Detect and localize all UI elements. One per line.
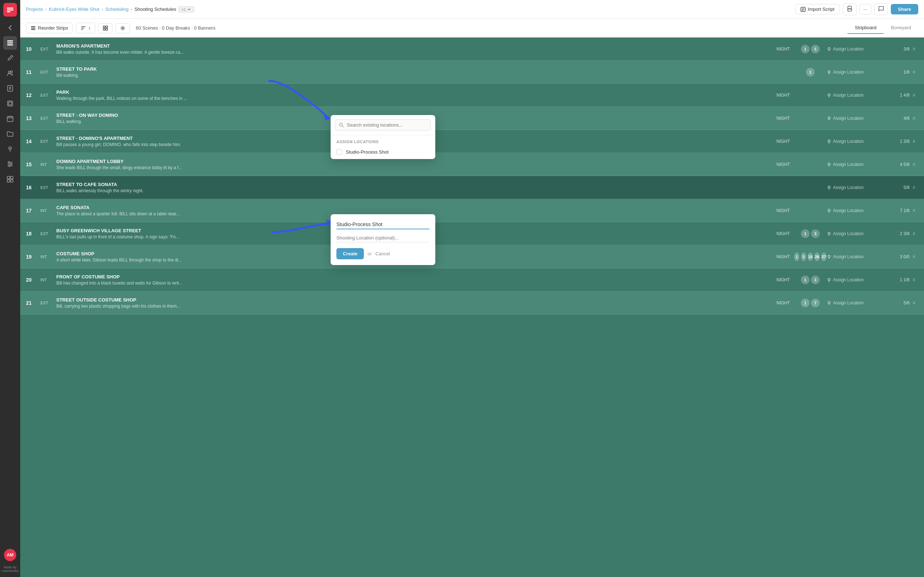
main-content: Projects › Kubrick-Eyes Wide Shut › Sche…: [20, 0, 924, 577]
scene-location: Assign Location: [827, 139, 892, 144]
svg-point-64: [828, 232, 830, 234]
assign-location-button[interactable]: Assign Location: [827, 208, 864, 213]
scene-hash: #: [909, 162, 918, 167]
search-icon: [339, 122, 344, 128]
svg-point-6: [8, 71, 10, 73]
pencil-icon[interactable]: [3, 51, 17, 65]
share-button[interactable]: Share: [891, 4, 918, 15]
table-row[interactable]: 17 INT CAFE SONATA The place is about a …: [20, 199, 924, 222]
sort-button[interactable]: ↕: [76, 23, 96, 33]
svg-rect-4: [7, 43, 13, 44]
assign-location-button[interactable]: Assign Location: [827, 300, 864, 305]
location-search-input[interactable]: [347, 122, 427, 128]
table-row[interactable]: 19 INT COSTUME SHOP A short while later,…: [20, 245, 924, 268]
version-badge[interactable]: v1: [178, 6, 194, 13]
assign-location-button[interactable]: Assign Location: [827, 69, 864, 75]
scene-time: NIGHT: [772, 277, 794, 282]
print-button[interactable]: [843, 3, 856, 15]
breadcrumb-current: Shooting Schedules: [135, 6, 176, 12]
table-row[interactable]: 15 INT DOMINO APARTMENT LOBBY She leads …: [20, 153, 924, 176]
pin-icon: [827, 47, 832, 52]
scene-type: EXT: [40, 116, 53, 121]
table-row[interactable]: 16 EXT STREET TO CAFE SONATA BILL walks …: [20, 176, 924, 199]
import-script-button[interactable]: Import Script: [795, 4, 840, 15]
assign-location-button[interactable]: Assign Location: [827, 162, 864, 167]
svg-rect-35: [848, 6, 851, 9]
cancel-button[interactable]: Cancel: [375, 251, 390, 256]
view-toggle-button[interactable]: [98, 23, 113, 33]
pin-icon: [827, 231, 832, 236]
svg-point-48: [828, 48, 830, 50]
scene-number: 17: [26, 208, 40, 213]
table-row[interactable]: 21 EXT STREET OUTSIDE COSTUME SHOP Bill,…: [20, 292, 924, 314]
scene-type: EXT: [40, 232, 53, 236]
grid-icon[interactable]: [3, 172, 17, 186]
table-row[interactable]: 18 EXT BUSY GREENWICH VILLAGE STREET BIL…: [20, 222, 924, 245]
svg-rect-46: [106, 29, 108, 30]
user-avatar[interactable]: AM: [4, 549, 16, 561]
back-arrow-icon[interactable]: [3, 21, 17, 35]
assign-location-button[interactable]: Assign Location: [827, 139, 864, 144]
cast-badge: 16: [808, 253, 813, 261]
assign-location-button[interactable]: Assign Location: [827, 231, 864, 236]
table-row[interactable]: 20 INT FRONT OF COSTUME SHOP Bill has ch…: [20, 268, 924, 292]
scene-info: FRONT OF COSTUME SHOP Bill has changed i…: [53, 271, 772, 289]
layers-icon[interactable]: [3, 97, 17, 110]
assign-location-button[interactable]: Assign Location: [827, 116, 864, 121]
location-name-input[interactable]: [336, 220, 430, 229]
scene-time: NIGHT: [772, 231, 794, 236]
table-row[interactable]: 11 EXT STREET TO PARK Bill walking. 1 As…: [20, 61, 924, 84]
scene-location: Assign Location: [827, 277, 892, 282]
scenes-info: 60 Scenes · 0 Day Breaks · 0 Banners: [136, 25, 215, 31]
scene-time: NIGHT: [772, 116, 794, 121]
pin-icon: [827, 254, 832, 259]
scene-hash: #: [909, 277, 918, 282]
table-row[interactable]: 12 EXT PARK Walking through the park, BI…: [20, 84, 924, 107]
tab-boneyard[interactable]: Boneyard: [884, 22, 918, 34]
location-checkbox-studio[interactable]: [336, 149, 342, 155]
location-option-studio[interactable]: Studio-Process Shot: [336, 148, 430, 156]
more-options-button[interactable]: ···: [859, 4, 871, 15]
scene-type: INT: [40, 278, 53, 282]
scene-description: BILL walks aimlessly through the wintry …: [56, 188, 769, 193]
scene-time: NIGHT: [772, 162, 794, 167]
svg-rect-36: [848, 9, 851, 11]
scene-location: Assign Location: [827, 231, 892, 236]
chat-button[interactable]: [874, 3, 888, 15]
tab-stripboard[interactable]: Stripboard: [848, 22, 884, 34]
sliders-icon[interactable]: [3, 157, 17, 171]
people-icon[interactable]: [3, 66, 17, 80]
reorder-strips-button[interactable]: Reorder Strips: [26, 23, 73, 33]
scene-description: Bill, carrying two plastic shopping bags…: [56, 304, 769, 309]
settings-button[interactable]: [115, 23, 130, 33]
folder-icon[interactable]: [3, 127, 17, 141]
assign-location-button[interactable]: Assign Location: [827, 277, 864, 282]
breadcrumb-scheduling[interactable]: Scheduling: [105, 6, 129, 12]
table-row[interactable]: 13 EXT STREET - ON WAY DOMINO BILL walki…: [20, 107, 924, 130]
breadcrumb-projects[interactable]: Projects: [26, 6, 43, 12]
create-button[interactable]: Create: [336, 248, 364, 259]
svg-rect-39: [31, 29, 36, 30]
strip-board-icon[interactable]: [3, 36, 17, 50]
scene-description: Bill walking.: [56, 73, 769, 78]
table-row[interactable]: 10 EXT MARION'S APARTMENT Bill walks out…: [20, 37, 924, 61]
table-row[interactable]: 14 EXT STREET - DOMINO'S APARTMENT Bill …: [20, 130, 924, 153]
scene-type: EXT: [40, 93, 53, 97]
scene-name: STREET TO PARK: [56, 66, 769, 72]
assign-location-button[interactable]: Assign Location: [827, 254, 864, 259]
assign-location-button[interactable]: Assign Location: [827, 93, 864, 98]
assign-location-button[interactable]: Assign Location: [827, 185, 864, 190]
breadcrumb-project[interactable]: Kubrick-Eyes Wide Shut: [49, 6, 99, 12]
calendar-icon[interactable]: [3, 112, 17, 126]
book-icon[interactable]: [3, 82, 17, 95]
svg-point-52: [828, 94, 830, 96]
breadcrumb-sep2: ›: [102, 6, 103, 12]
scene-time: NIGHT: [772, 47, 794, 52]
view-tabs: Stripboard Boneyard: [848, 22, 918, 34]
pin-icon[interactable]: [3, 142, 17, 156]
shooting-location-input[interactable]: [336, 234, 430, 242]
scene-pages: 5/8: [892, 300, 909, 305]
svg-rect-29: [7, 180, 10, 182]
assign-location-button[interactable]: Assign Location: [827, 47, 864, 52]
scene-time: NIGHT: [772, 208, 794, 213]
